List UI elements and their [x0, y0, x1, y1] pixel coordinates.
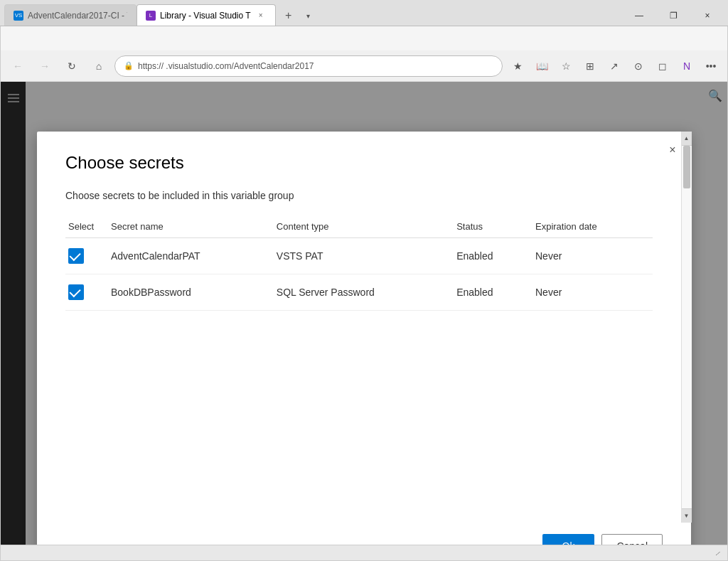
new-tab-button[interactable]: +	[279, 6, 299, 26]
lock-icon: 🔒	[124, 61, 134, 70]
title-bar: VS AdventCalendar2017-CI - V L Library -…	[1, 1, 727, 24]
tab2-favicon: L	[146, 11, 156, 21]
row1-status: Enabled	[454, 238, 532, 274]
modal-close-button[interactable]: ×	[663, 140, 682, 160]
modal-subtitle: Choose secrets to be included in this va…	[65, 190, 653, 201]
table-header: Select Secret name Content type Status E…	[65, 215, 653, 238]
address-text: https:// .visualstudio.com/AdventCalenda…	[138, 61, 314, 71]
row2-expiration: Never	[532, 274, 653, 311]
cancel-button[interactable]: Cancel	[601, 534, 663, 545]
modal-content: Choose secrets Choose secrets to be incl…	[37, 132, 691, 523]
bookmark-icon[interactable]: ☆	[555, 55, 577, 77]
ok-button[interactable]: Ok	[542, 534, 595, 545]
tab2-label: Library - Visual Studio T	[160, 11, 251, 21]
row1-secret-name: AdventCalendarPAT	[108, 238, 274, 274]
scrollbar-thumb[interactable]	[683, 146, 690, 188]
tab1-label: AdventCalendar2017-CI - V	[28, 11, 127, 21]
onenote-icon[interactable]: N	[676, 55, 697, 77]
modal-scrollbar: ▲ ▼	[681, 132, 691, 523]
row2-secret-name: BookDBPassword	[108, 274, 274, 311]
row1-content-type: VSTS PAT	[274, 238, 454, 274]
back-button[interactable]: ←	[6, 55, 29, 78]
minimize-button[interactable]: —	[623, 6, 655, 26]
browser-window: VS AdventCalendar2017-CI - V L Library -…	[0, 0, 728, 561]
scrollbar-up-button[interactable]: ▲	[682, 132, 692, 146]
tab2-close[interactable]: ×	[255, 10, 267, 21]
resize-icon: ⟋	[714, 549, 722, 557]
tab-library[interactable]: L Library - Visual Studio T ×	[136, 4, 276, 26]
col-expiration: Expiration date	[532, 215, 653, 238]
secrets-table: Select Secret name Content type Status E…	[65, 215, 653, 311]
modal-footer: Ok Cancel	[37, 523, 691, 545]
modal-overlay: × Choose secrets Choose secrets to be in…	[1, 82, 727, 545]
forward-button[interactable]: →	[33, 55, 56, 78]
col-select: Select	[65, 215, 108, 238]
row1-checkbox[interactable]	[68, 248, 84, 264]
close-button[interactable]: ×	[691, 6, 724, 26]
row1-select-cell	[65, 238, 108, 274]
scrollbar-down-button[interactable]: ▼	[682, 508, 692, 523]
col-status: Status	[454, 215, 532, 238]
browser-content: 🔍 × Choose secrets Choose secrets to be …	[1, 82, 727, 545]
table-row: BookDBPassword SQL Server Password Enabl…	[65, 274, 653, 311]
col-secret-name: Secret name	[108, 215, 274, 238]
address-input-container[interactable]: 🔒 https:// .visualstudio.com/AdventCalen…	[114, 55, 503, 77]
table-body: AdventCalendarPAT VSTS PAT Enabled Never	[65, 238, 653, 311]
more-icon[interactable]: •••	[700, 55, 722, 77]
row2-checkbox[interactable]	[68, 284, 84, 300]
reading-list-icon[interactable]: 📖	[531, 55, 552, 77]
modal-title: Choose secrets	[65, 153, 653, 173]
row2-select-cell	[65, 274, 108, 311]
row2-status: Enabled	[454, 274, 532, 311]
share-icon[interactable]: ↗	[604, 55, 625, 77]
table-row: AdventCalendarPAT VSTS PAT Enabled Never	[65, 238, 653, 274]
row1-expiration: Never	[532, 238, 653, 274]
choose-secrets-modal: × Choose secrets Choose secrets to be in…	[37, 132, 691, 545]
devtools-icon[interactable]: ◻	[652, 55, 673, 77]
address-bar: ← → ↻ ⌂ 🔒 https:// .visualstudio.com/Adv…	[1, 50, 727, 82]
restore-button[interactable]: ❐	[657, 6, 690, 26]
col-content-type: Content type	[274, 215, 454, 238]
row2-content-type: SQL Server Password	[274, 274, 454, 311]
tab-dropdown[interactable]: ▾	[299, 6, 318, 26]
home-button[interactable]: ⌂	[87, 55, 110, 78]
scrollbar-track[interactable]	[682, 146, 692, 508]
refresh-button[interactable]: ↻	[60, 55, 83, 78]
hub-icon[interactable]: ⊞	[579, 55, 601, 77]
tab1-favicon: VS	[14, 11, 23, 21]
cortana-icon[interactable]: ⊙	[628, 55, 649, 77]
status-bar: ⟋	[1, 545, 727, 560]
tab-advent[interactable]: VS AdventCalendar2017-CI - V	[4, 4, 136, 26]
modal-main: Choose secrets Choose secrets to be incl…	[37, 132, 681, 523]
address-actions: ★ 📖 ☆ ⊞ ↗ ⊙ ◻ N •••	[507, 55, 722, 77]
favorites-icon[interactable]: ★	[507, 55, 528, 77]
